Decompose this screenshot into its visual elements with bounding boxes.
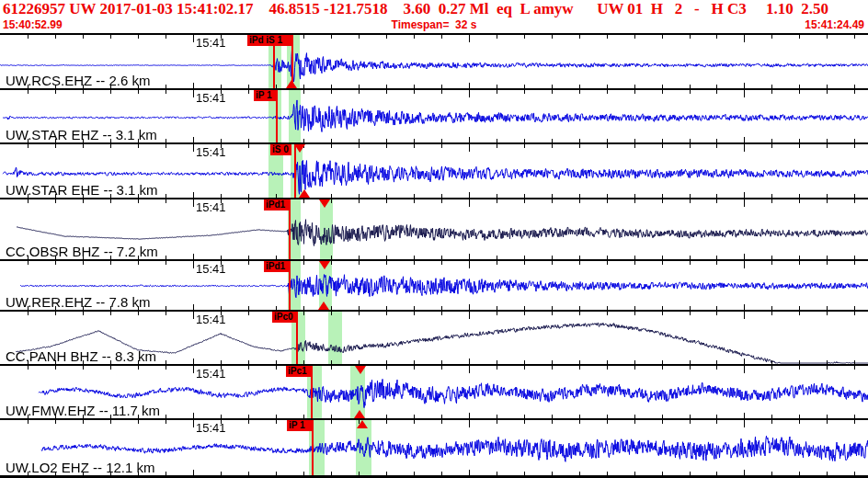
time-tick (221, 472, 222, 475)
time-tick (854, 256, 855, 259)
time-tick (248, 85, 249, 88)
time-tick (331, 261, 332, 265)
time-tick (607, 144, 608, 148)
arrival-marker-triangle (354, 410, 365, 418)
phase-pick-line[interactable] (312, 420, 314, 475)
time-tick (799, 144, 800, 148)
time-tick (744, 90, 745, 97)
time-tick (469, 358, 470, 364)
time-tick (193, 261, 194, 268)
time-tick (524, 415, 525, 418)
time-tick (607, 472, 608, 475)
trace-panel: 15:41iPd1CC.OBSR BHZ -- 7.2 km (0, 198, 868, 259)
time-tick (579, 366, 580, 370)
time-tick (276, 420, 277, 424)
time-tick (662, 312, 663, 315)
phase-flag[interactable]: iPd1 (264, 261, 290, 272)
time-tick (579, 420, 580, 424)
time-tick (607, 256, 608, 259)
time-tick (771, 312, 772, 315)
time-tick (854, 35, 855, 39)
time-tick (607, 415, 608, 418)
time-tick (524, 312, 525, 315)
trace-panel: 15:41iPc1UW.FMW.EHZ -- 11.7 km (0, 364, 868, 418)
time-tick (331, 366, 332, 370)
time-tick (579, 472, 580, 475)
time-tick (716, 366, 717, 370)
phase-flag[interactable]: iPc1 (286, 366, 312, 377)
time-tick (771, 420, 772, 424)
time-tick (55, 420, 56, 424)
time-tick (799, 199, 800, 203)
time-tick (552, 85, 553, 88)
minute-label: 15:41 (196, 145, 226, 159)
time-tick (193, 304, 194, 310)
arrival-marker-triangle (299, 189, 310, 198)
time-tick (579, 85, 580, 88)
phase-flag[interactable]: iS 0 (270, 144, 291, 155)
time-tick (414, 35, 415, 39)
time-tick (248, 199, 249, 203)
time-tick (799, 420, 800, 424)
time-tick (827, 85, 828, 88)
phase-flag[interactable]: iPc0 (272, 312, 296, 323)
time-tick (248, 312, 249, 315)
time-tick (854, 144, 855, 148)
time-tick (827, 472, 828, 475)
time-tick (552, 144, 553, 148)
time-tick (662, 35, 663, 39)
time-tick (248, 472, 249, 475)
time-tick (441, 360, 442, 364)
time-tick (359, 472, 360, 475)
time-tick (110, 35, 111, 39)
time-tick (110, 261, 111, 265)
time-tick (469, 312, 470, 319)
phase-flag[interactable]: iPd1 (264, 199, 290, 211)
time-tick (386, 35, 387, 39)
time-tick (799, 415, 800, 418)
time-tick (716, 306, 717, 310)
phase-flag[interactable]: iPd iS 1 (247, 35, 293, 46)
time-tick (331, 306, 332, 310)
time-tick (690, 35, 691, 39)
phase-pick-line[interactable] (296, 312, 298, 364)
time-tick (662, 90, 663, 94)
time-tick (690, 261, 691, 265)
time-tick (386, 85, 387, 88)
phase-flag[interactable]: iP 1 (254, 90, 278, 101)
time-tick (386, 472, 387, 475)
minute-label: 15:41 (196, 421, 226, 435)
time-tick (799, 35, 800, 39)
time-tick (276, 85, 277, 88)
time-tick (771, 90, 772, 94)
time-tick (193, 470, 194, 475)
time-tick (83, 35, 84, 39)
time-tick (662, 256, 663, 259)
time-tick (469, 254, 470, 259)
time-tick (690, 306, 691, 310)
time-tick (221, 256, 222, 259)
time-tick (524, 90, 525, 94)
time-tick (716, 85, 717, 88)
time-tick (634, 194, 635, 198)
time-tick (552, 256, 553, 259)
time-tick (166, 194, 166, 198)
time-tick (744, 199, 745, 207)
time-tick (854, 312, 855, 315)
time-tick (827, 90, 828, 94)
time-tick (854, 199, 855, 203)
time-tick (303, 35, 304, 39)
phase-flag[interactable]: iP 1 (287, 420, 312, 431)
time-tick (827, 366, 828, 370)
time-tick (303, 306, 304, 310)
time-tick (110, 312, 111, 315)
seismogram-viewer: 61226957 UW 2017-01-03 15:41:02.17 46.85… (0, 0, 868, 478)
time-tick (138, 420, 139, 424)
time-tick (771, 199, 772, 203)
time-tick (386, 199, 387, 203)
time-tick (716, 261, 717, 265)
time-tick (414, 472, 415, 475)
arrival-marker-triangle (319, 199, 330, 208)
time-tick (359, 90, 360, 94)
time-tick (579, 360, 580, 364)
